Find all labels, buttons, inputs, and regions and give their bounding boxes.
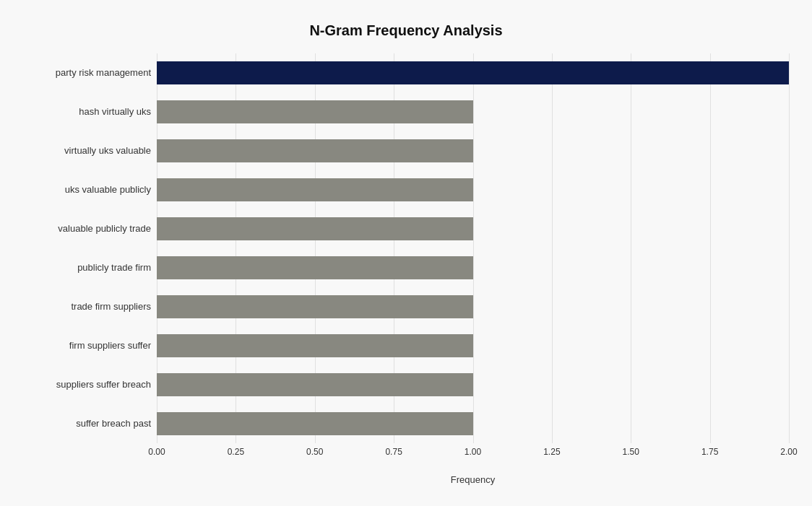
x-axis-label: Frequency bbox=[157, 474, 789, 485]
x-tick: 0.50 bbox=[306, 447, 323, 457]
bar-row bbox=[157, 252, 789, 284]
bar bbox=[157, 178, 473, 201]
x-tick: 1.25 bbox=[543, 447, 560, 457]
x-ticks-container: 0.000.250.500.751.001.251.501.752.00 bbox=[157, 447, 789, 461]
bar-row bbox=[157, 174, 789, 206]
bar bbox=[157, 373, 473, 396]
bar-row bbox=[157, 57, 789, 89]
y-label: virtually uks valuable bbox=[23, 145, 151, 157]
y-label: publicly trade firm bbox=[23, 262, 151, 274]
y-label: suffer breach past bbox=[23, 418, 151, 429]
x-tick: 1.75 bbox=[701, 447, 718, 457]
bar bbox=[157, 217, 473, 240]
bar-row bbox=[157, 408, 789, 440]
bar bbox=[157, 139, 473, 162]
bar-row bbox=[157, 213, 789, 245]
y-label: suppliers suffer breach bbox=[23, 379, 151, 391]
x-tick: 0.75 bbox=[385, 447, 402, 457]
bar bbox=[157, 256, 473, 279]
bar bbox=[157, 61, 789, 84]
bar-row bbox=[157, 135, 789, 167]
bar bbox=[157, 295, 473, 318]
bar-row bbox=[157, 369, 789, 401]
bar bbox=[157, 334, 473, 357]
y-labels: party risk managementhash virtually uksv… bbox=[23, 53, 157, 443]
chart-container: N-Gram Frequency Analysis party risk man… bbox=[9, 8, 803, 499]
y-label: party risk management bbox=[23, 67, 151, 79]
chart-area: party risk managementhash virtually uksv… bbox=[23, 53, 789, 443]
y-label: uks valuable publicly bbox=[23, 184, 151, 196]
x-tick: 1.50 bbox=[623, 447, 639, 457]
x-tick: 0.25 bbox=[228, 447, 244, 457]
bar bbox=[157, 100, 473, 123]
x-tick: 2.00 bbox=[780, 447, 797, 457]
chart-title: N-Gram Frequency Analysis bbox=[23, 22, 789, 39]
y-label: valuable publicly trade bbox=[23, 223, 151, 235]
y-label: firm suppliers suffer bbox=[23, 340, 151, 352]
x-tick: 0.00 bbox=[148, 447, 165, 457]
x-axis-area: 0.000.250.500.751.001.251.501.752.00 Fre… bbox=[157, 447, 789, 476]
y-label: trade firm suppliers bbox=[23, 301, 151, 313]
bar-row bbox=[157, 291, 789, 323]
x-tick: 1.00 bbox=[465, 447, 481, 457]
plot-area: 0.000.250.500.751.001.251.501.752.00 Fre… bbox=[157, 53, 789, 443]
bar-row bbox=[157, 330, 789, 362]
bar-row bbox=[157, 96, 789, 128]
y-label: hash virtually uks bbox=[23, 106, 151, 118]
bar bbox=[157, 412, 473, 435]
grid-line bbox=[789, 53, 790, 443]
